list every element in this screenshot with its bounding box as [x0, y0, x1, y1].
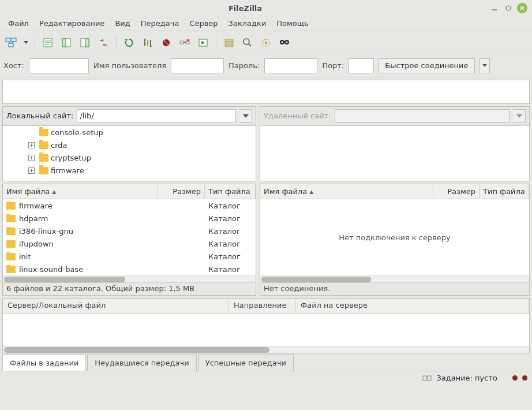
list-item[interactable]: linux-sound-baseКаталог	[3, 263, 256, 275]
tree-item-label: crda	[51, 141, 67, 150]
toolbar-separator	[216, 36, 216, 50]
folder-icon	[39, 129, 48, 136]
local-file-list: Имя файла ▲ Размер Тип файла firmwareКат…	[2, 184, 256, 296]
toolbar-separator	[35, 36, 35, 50]
queue-header: Сервер/Локальный файл Направление Файл н…	[3, 299, 529, 314]
queue-hscroll[interactable]	[3, 346, 529, 353]
svg-point-44	[282, 41, 283, 43]
tree-item-label: console-setup	[51, 128, 103, 137]
tab-failed[interactable]: Неудавшиеся передачи	[87, 355, 196, 371]
host-label: Хост:	[3, 61, 24, 70]
expand-icon[interactable]: +	[28, 167, 35, 174]
sync-browse-button[interactable]	[258, 35, 274, 51]
remote-tree[interactable]	[260, 125, 529, 181]
svg-marker-46	[482, 64, 487, 67]
remote-path-dropdown[interactable]	[513, 109, 526, 123]
col-type[interactable]: Тип файла	[479, 184, 529, 199]
local-path-input[interactable]	[77, 109, 236, 123]
expand-icon[interactable]: +	[28, 142, 35, 148]
refresh-button[interactable]	[121, 35, 137, 51]
tab-success[interactable]: Успешные передачи	[198, 355, 294, 371]
qcol-server[interactable]: Сервер/Локальный файл	[3, 299, 229, 313]
toggle-log-button[interactable]	[40, 35, 56, 51]
col-type[interactable]: Тип файла	[205, 184, 256, 199]
menu-edit[interactable]: Редактирование	[35, 17, 109, 29]
list-item[interactable]: hdparmКаталог	[3, 212, 256, 225]
svg-rect-15	[62, 39, 66, 47]
list-item[interactable]: i386-linux-gnuКаталог	[3, 225, 256, 237]
svg-point-1	[506, 6, 511, 10]
local-site-bar: Локальный сайт:	[3, 107, 256, 125]
menu-server[interactable]: Сервер	[185, 17, 222, 29]
queue-tabs: Файлы в задании Неудавшиеся передачи Усп…	[0, 353, 532, 371]
svg-marker-23	[149, 45, 152, 47]
remote-panel: Удаленный сайт:	[260, 106, 530, 181]
local-list-header: Имя файла ▲ Размер Тип файла	[3, 184, 256, 199]
disconnect-button[interactable]	[177, 35, 193, 51]
remote-path-input	[335, 109, 509, 123]
tree-item-label: firmware	[51, 166, 84, 175]
toggle-queue-button[interactable]	[95, 35, 111, 51]
menu-view[interactable]: Вид	[110, 17, 134, 29]
queue-status: Задание: пусто	[436, 374, 497, 382]
filter-button[interactable]	[221, 35, 237, 51]
site-manager-dropdown[interactable]	[22, 41, 30, 44]
folder-icon	[6, 215, 16, 222]
svg-point-36	[243, 39, 249, 44]
list-item[interactable]: initКаталог	[3, 250, 256, 263]
remote-hscroll[interactable]	[260, 275, 529, 282]
remote-empty-message: Нет подключения к серверу	[260, 199, 529, 275]
message-log[interactable]	[2, 80, 530, 104]
cancel-button[interactable]	[158, 35, 174, 51]
menu-transfer[interactable]: Передача	[136, 17, 184, 29]
list-item[interactable]: ifupdownКаталог	[3, 237, 256, 250]
site-manager-button[interactable]	[3, 35, 20, 51]
titlebar: FileZilla	[0, 0, 532, 16]
tree-item[interactable]: console-setup	[3, 126, 256, 139]
maximize-button[interactable]	[503, 3, 514, 13]
minimize-button[interactable]	[489, 3, 500, 13]
menu-bookmarks[interactable]: Закладки	[224, 17, 271, 29]
svg-point-45	[286, 41, 288, 43]
menu-help[interactable]: Помощь	[272, 17, 313, 29]
queue-body[interactable]	[3, 314, 529, 346]
toggle-tree-button[interactable]	[58, 35, 74, 51]
search-button[interactable]	[276, 35, 293, 51]
col-name[interactable]: Имя файла ▲	[260, 184, 433, 199]
col-size[interactable]: Размер	[158, 184, 205, 199]
process-queue-button[interactable]	[140, 35, 156, 51]
quickconnect-button[interactable]: Быстрое соединение	[379, 58, 474, 73]
host-input[interactable]	[29, 58, 89, 73]
local-path-dropdown[interactable]	[239, 109, 252, 123]
toggle-remote-tree-button[interactable]	[77, 35, 93, 51]
port-input[interactable]	[349, 58, 374, 73]
sort-asc-icon: ▲	[52, 189, 56, 195]
compare-button[interactable]	[239, 35, 256, 51]
reconnect-button[interactable]	[195, 35, 211, 51]
expand-icon[interactable]: +	[28, 155, 35, 161]
statusbar: Задание: пусто	[0, 371, 532, 385]
local-list-body[interactable]: firmwareКаталог hdparmКаталог i386-linux…	[3, 199, 256, 275]
qcol-remote[interactable]: Файл на сервере	[296, 299, 529, 313]
svg-rect-34	[225, 42, 233, 44]
local-hscroll[interactable]	[3, 275, 256, 282]
menu-file[interactable]: Файл	[3, 17, 33, 29]
queue-icon	[422, 374, 432, 382]
tab-queued[interactable]: Файлы в задании	[2, 355, 86, 371]
svg-marker-22	[144, 39, 146, 40]
col-size[interactable]: Размер	[433, 184, 479, 199]
quickconnect-dropdown[interactable]	[479, 58, 490, 73]
tree-item[interactable]: + crda	[3, 139, 256, 151]
tree-item-label: cryptsetup	[51, 154, 91, 162]
username-label: Имя пользователя	[93, 61, 166, 70]
list-item[interactable]: firmwareКаталог	[3, 199, 256, 212]
tree-item[interactable]: + firmware	[3, 164, 256, 177]
password-input[interactable]	[264, 58, 317, 73]
col-name[interactable]: Имя файла ▲	[3, 184, 158, 199]
remote-list-body[interactable]: Нет подключения к серверу	[260, 199, 529, 275]
tree-item[interactable]: + cryptsetup	[3, 151, 256, 164]
close-button[interactable]	[517, 3, 527, 13]
local-tree[interactable]: console-setup + crda + cryptsetup + firm…	[3, 125, 256, 181]
username-input[interactable]	[171, 58, 224, 73]
qcol-direction[interactable]: Направление	[229, 299, 296, 313]
